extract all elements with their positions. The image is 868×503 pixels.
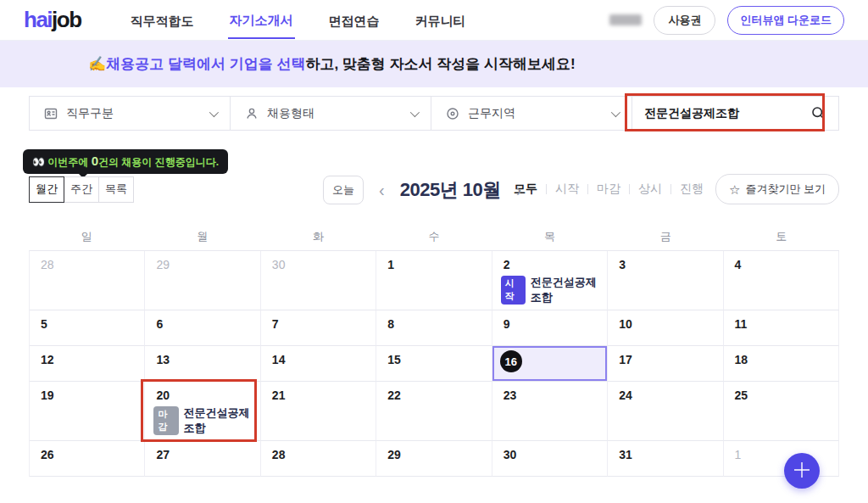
day-number: 12 <box>30 346 54 366</box>
weekly-count-tooltip: 👀 이번주에 0건의 채용이 진행중입니다. <box>23 149 228 174</box>
day-number: 8 <box>376 310 394 331</box>
calendar-cell-3[interactable]: 3 <box>608 251 723 310</box>
calendar-cell-1[interactable]: 1 <box>724 441 839 477</box>
add-floating-button[interactable] <box>784 453 820 489</box>
calendar-cell-16[interactable]: 16 <box>492 346 608 382</box>
calendar-cell-10[interactable]: 10 <box>608 310 723 346</box>
calendar-cell-30[interactable]: 30 <box>492 441 608 477</box>
calendar-cell-24[interactable]: 24 <box>608 382 723 441</box>
company-search-input[interactable] <box>644 107 810 120</box>
calendar-event[interactable]: 마감전문건설공제조합 <box>145 403 259 436</box>
calendar-cell-9[interactable]: 9 <box>492 310 608 346</box>
calendar-cell-21[interactable]: 21 <box>261 382 376 441</box>
day-number: 23 <box>492 382 517 402</box>
status-filter-always[interactable]: 상시 <box>638 182 662 197</box>
event-badge-start: 시작 <box>501 276 526 305</box>
day-number: 30 <box>261 251 286 271</box>
calendar-cell-28[interactable]: 28 <box>261 441 376 477</box>
day-number: 29 <box>376 441 401 461</box>
day-number: 13 <box>145 346 170 366</box>
calendar-cell-23[interactable]: 23 <box>492 382 608 441</box>
nav-item-cover-letter[interactable]: 자기소개서 <box>228 1 295 39</box>
favorites-only-button[interactable]: ☆ 즐겨찾기만 보기 <box>715 174 839 204</box>
search-icon[interactable] <box>810 105 826 121</box>
tooltip-text-post: 건의 채용이 진행중입니다. <box>98 156 219 168</box>
day-number: 29 <box>145 251 170 271</box>
weekday-thu: 목 <box>492 229 608 244</box>
work-region-label: 근무지역 <box>468 106 515 121</box>
today-button[interactable]: 오늘 <box>323 176 364 204</box>
calendar-cell-13[interactable]: 13 <box>145 346 260 382</box>
company-search-box <box>632 97 838 130</box>
status-filter-ongoing[interactable]: 진행 <box>680 182 704 197</box>
weekday-mon: 월 <box>145 229 261 244</box>
day-number: 28 <box>261 441 286 461</box>
calendar-cell-8[interactable]: 8 <box>376 310 492 346</box>
tooltip-count: 0 <box>92 154 98 168</box>
status-filter-start[interactable]: 시작 <box>555 182 579 197</box>
promo-banner: ✍️채용공고 달력에서 기업을 선택하고, 맞춤형 자소서 작성을 시작해보세요… <box>0 41 868 87</box>
license-button[interactable]: 사용권 <box>654 6 715 35</box>
calendar-cell-5[interactable]: 5 <box>30 310 145 346</box>
calendar-cell-12[interactable]: 12 <box>30 346 145 382</box>
day-number: 25 <box>724 382 748 402</box>
view-weekly-button[interactable]: 주간 <box>64 176 99 203</box>
logo[interactable]: haijob <box>24 7 81 33</box>
id-card-icon <box>43 106 58 121</box>
day-number: 9 <box>492 310 510 331</box>
day-number: 30 <box>492 441 517 461</box>
calendar-cell-19[interactable]: 19 <box>30 382 145 441</box>
next-month-icon[interactable]: › <box>515 182 524 198</box>
calendar-cell-31[interactable]: 31 <box>608 441 723 477</box>
prev-month-icon[interactable]: ‹ <box>377 182 387 198</box>
pencil-emoji-icon: ✍️ <box>88 55 106 73</box>
calendar-cell-2[interactable]: 2시작전문건설공제조합 <box>492 251 608 310</box>
calendar-cell-17[interactable]: 17 <box>608 346 723 382</box>
weekday-header: 일 월 화 수 목 금 토 <box>29 223 839 250</box>
star-icon: ☆ <box>729 183 740 196</box>
day-number: 7 <box>261 310 279 331</box>
day-number: 20 <box>145 382 170 402</box>
nav-item-job-fit[interactable]: 직무적합도 <box>129 2 196 38</box>
month-navigation: 오늘 ‹ 2025년 10월 › <box>323 176 523 204</box>
nav-item-community[interactable]: 커뮤니티 <box>414 2 468 38</box>
calendar-cell-15[interactable]: 15 <box>376 346 492 382</box>
separator <box>587 184 588 194</box>
nav-item-interview-practice[interactable]: 면접연습 <box>327 2 381 38</box>
view-list-button[interactable]: 목록 <box>98 176 134 203</box>
status-filter-deadline[interactable]: 마감 <box>597 182 620 197</box>
calendar-cell-29[interactable]: 29 <box>145 251 260 310</box>
calendar-cell-4[interactable]: 4 <box>724 251 839 310</box>
calendar-cell-26[interactable]: 26 <box>30 441 145 477</box>
day-number: 10 <box>608 310 632 331</box>
calendar-cell-1[interactable]: 1 <box>376 251 492 310</box>
day-number: 4 <box>724 251 742 271</box>
chevron-down-icon <box>611 107 620 116</box>
view-monthly-button[interactable]: 월간 <box>29 176 64 203</box>
calendar-cell-28[interactable]: 28 <box>30 251 145 310</box>
main-nav: 직무적합도 자기소개서 면접연습 커뮤니티 <box>129 0 468 41</box>
work-region-dropdown[interactable]: 근무지역 <box>431 97 632 130</box>
calendar-cell-11[interactable]: 11 <box>724 310 839 346</box>
calendar-cell-6[interactable]: 6 <box>145 310 260 346</box>
banner-rest-text: 하고, 맞춤형 자소서 작성을 시작해보세요! <box>305 54 575 74</box>
day-number: 6 <box>145 310 163 331</box>
calendar-cell-20[interactable]: 20마감전문건설공제조합 <box>145 382 260 441</box>
separator <box>546 184 547 194</box>
calendar-cell-30[interactable]: 30 <box>261 251 376 310</box>
calendar-cell-14[interactable]: 14 <box>261 346 376 382</box>
calendar-cell-22[interactable]: 22 <box>376 382 492 441</box>
job-category-dropdown[interactable]: 직무구분 <box>30 97 231 130</box>
employment-type-dropdown[interactable]: 채용형태 <box>231 97 431 130</box>
day-number: 1 <box>376 251 394 271</box>
calendar-event[interactable]: 시작전문건설공제조합 <box>492 272 607 305</box>
calendar-cell-7[interactable]: 7 <box>261 310 376 346</box>
day-number: 28 <box>30 251 54 271</box>
interview-app-download-button[interactable]: 인터뷰앱 다운로드 <box>727 6 844 35</box>
calendar-cell-18[interactable]: 18 <box>724 346 839 382</box>
calendar-cell-27[interactable]: 27 <box>145 441 260 477</box>
calendar-week-row: 1920마감전문건설공제조합2122232425 <box>30 382 839 441</box>
weekday-wed: 수 <box>376 229 492 244</box>
calendar-cell-29[interactable]: 29 <box>376 441 492 477</box>
calendar-cell-25[interactable]: 25 <box>724 382 839 441</box>
